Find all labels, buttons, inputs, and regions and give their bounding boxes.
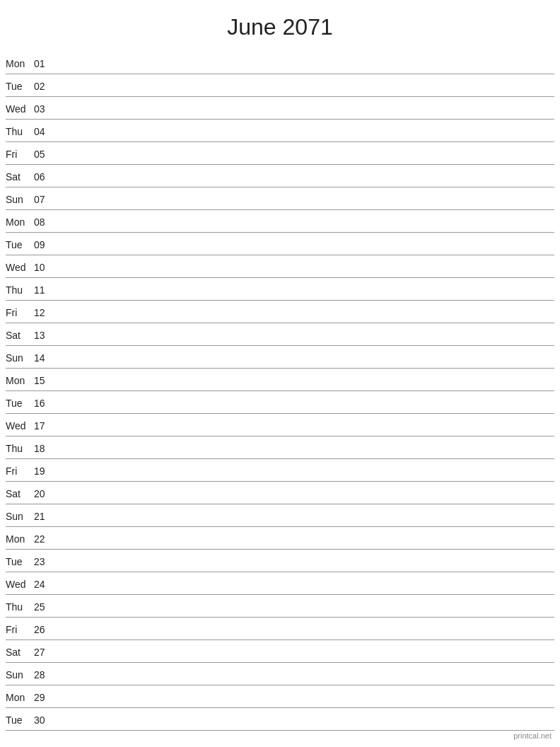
day-number: 18 [34,443,54,456]
calendar-row: Tue16 [6,391,554,414]
day-name: Fri [6,465,34,478]
calendar-grid: Mon01Tue02Wed03Thu04Fri05Sat06Sun07Mon08… [0,52,560,731]
day-number: 17 [34,420,54,433]
day-name: Thu [6,443,34,456]
day-number: 09 [34,239,54,252]
calendar-row: Mon22 [6,527,554,550]
calendar-row: Fri19 [6,459,554,482]
day-name: Wed [6,420,34,433]
day-number: 28 [34,669,54,682]
day-number: 22 [34,533,54,546]
day-number: 15 [34,375,54,388]
watermark: printcal.net [513,731,552,740]
day-number: 19 [34,465,54,478]
calendar-row: Thu11 [6,278,554,301]
calendar-row: Wed24 [6,572,554,595]
day-number: 23 [34,556,54,569]
day-number: 02 [34,81,54,93]
day-number: 30 [34,714,54,727]
day-name: Thu [6,601,34,614]
day-number: 14 [34,352,54,365]
calendar-row: Sat20 [6,482,554,504]
day-name: Fri [6,149,34,161]
day-name: Tue [6,556,34,569]
day-name: Sun [6,194,34,207]
calendar-row: Mon29 [6,685,554,708]
day-name: Mon [6,216,34,229]
day-number: 16 [34,398,54,410]
page-title: June 2071 [0,0,560,52]
day-number: 12 [34,307,54,320]
day-name: Thu [6,284,34,297]
day-name: Mon [6,692,34,705]
day-number: 01 [34,58,54,71]
day-name: Wed [6,579,34,591]
calendar-row: Tue02 [6,74,554,97]
day-number: 26 [34,624,54,637]
day-name: Sat [6,171,34,184]
day-number: 07 [34,194,54,207]
day-name: Sun [6,352,34,365]
calendar-row: Thu04 [6,120,554,142]
day-name: Fri [6,624,34,637]
calendar-row: Sun28 [6,663,554,685]
calendar-row: Wed03 [6,97,554,120]
day-name: Tue [6,714,34,727]
calendar-row: Thu25 [6,595,554,618]
calendar-row: Tue30 [6,708,554,731]
day-name: Sun [6,669,34,682]
day-name: Tue [6,239,34,252]
day-name: Thu [6,126,34,139]
day-number: 21 [34,511,54,523]
day-name: Tue [6,398,34,410]
day-name: Sat [6,488,34,501]
day-number: 04 [34,126,54,139]
day-name: Sat [6,330,34,342]
day-number: 10 [34,262,54,274]
day-number: 11 [34,284,54,297]
day-name: Mon [6,58,34,71]
day-name: Fri [6,307,34,320]
calendar-row: Thu18 [6,436,554,459]
day-name: Sat [6,647,34,659]
calendar-row: Mon01 [6,52,554,74]
day-number: 29 [34,692,54,705]
calendar-row: Sun07 [6,187,554,210]
day-number: 27 [34,647,54,659]
calendar-row: Fri05 [6,142,554,165]
calendar-row: Tue09 [6,233,554,255]
day-number: 13 [34,330,54,342]
day-name: Mon [6,533,34,546]
day-name: Mon [6,375,34,388]
calendar-row: Fri12 [6,301,554,323]
calendar-row: Sat13 [6,323,554,346]
day-number: 05 [34,149,54,161]
day-name: Wed [6,103,34,116]
day-number: 25 [34,601,54,614]
calendar-row: Sat27 [6,640,554,663]
day-name: Tue [6,81,34,93]
day-number: 20 [34,488,54,501]
day-name: Sun [6,511,34,523]
day-name: Wed [6,262,34,274]
calendar-row: Sun21 [6,504,554,527]
day-number: 06 [34,171,54,184]
calendar-row: Wed10 [6,255,554,278]
day-number: 08 [34,216,54,229]
calendar-row: Sun14 [6,346,554,369]
calendar-row: Fri26 [6,618,554,640]
day-number: 03 [34,103,54,116]
day-number: 24 [34,579,54,591]
calendar-row: Mon15 [6,369,554,391]
calendar-row: Tue23 [6,550,554,572]
calendar-row: Mon08 [6,210,554,233]
calendar-row: Sat06 [6,165,554,187]
calendar-row: Wed17 [6,414,554,436]
